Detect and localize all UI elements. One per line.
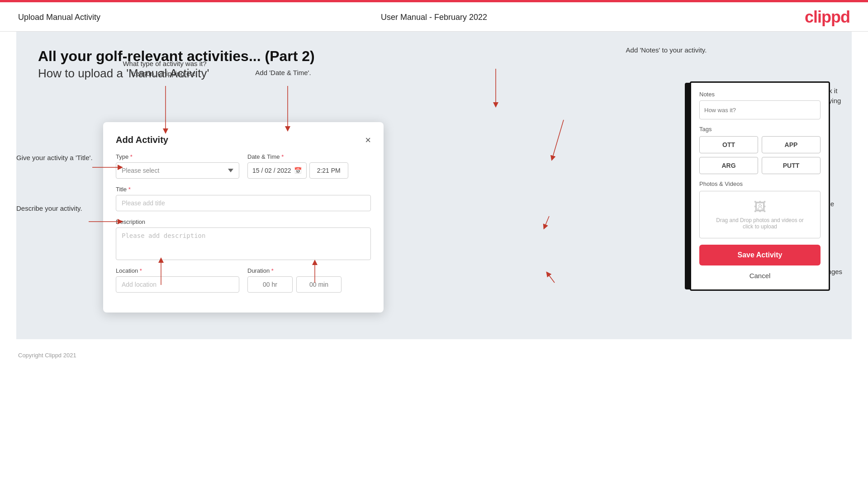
dialog-title: Add Activity — [116, 135, 168, 145]
duration-label: Duration * — [247, 267, 371, 274]
top-bar: Upload Manual Activity User Manual - Feb… — [0, 2, 868, 32]
duration-min-input[interactable] — [296, 276, 342, 293]
title-input[interactable] — [116, 195, 371, 211]
main-content: All your golf-relevant activities... (Pa… — [16, 32, 852, 339]
form-group-duration: Duration * — [247, 267, 371, 293]
tags-label: Tags — [699, 126, 821, 133]
section-title: All your golf-relevant activities... (Pa… — [38, 48, 830, 65]
form-group-description: Description — [116, 218, 371, 260]
form-group-type: Type * Please select — [116, 153, 239, 179]
form-row-location-duration: Location * Duration * — [116, 267, 371, 293]
desc-label: Description — [116, 218, 371, 225]
date-time-row: 15 / 02 / 2022 📅 2:21 PM — [247, 162, 371, 179]
cancel-link[interactable]: Cancel — [699, 270, 821, 281]
duration-hr-input[interactable] — [247, 276, 293, 293]
annotation-title: Give your activity a 'Title'. — [16, 153, 93, 163]
calendar-icon: 📅 — [294, 167, 302, 174]
type-label: Type * — [116, 153, 239, 160]
svg-line-9 — [548, 274, 555, 283]
section-subtitle: How to upload a 'Manual Activity' — [38, 66, 830, 81]
svg-line-8 — [545, 216, 549, 227]
photo-drop-zone[interactable]: 🖼 Drag and Drop photos and videos or cli… — [699, 191, 821, 238]
notes-label: Notes — [699, 91, 821, 98]
time-input[interactable]: 2:21 PM — [309, 162, 348, 179]
tag-ott[interactable]: OTT — [699, 136, 758, 153]
description-textarea[interactable] — [116, 227, 371, 260]
phone-sidebar — [685, 83, 691, 289]
type-select[interactable]: Please select — [116, 162, 239, 179]
form-group-location: Location * — [116, 267, 239, 293]
tag-putt[interactable]: PUTT — [762, 157, 821, 174]
phone-panel: Notes Tags OTT APP ARG PUTT Photos & Vid… — [690, 81, 830, 291]
save-activity-button[interactable]: Save Activity — [699, 245, 821, 265]
tags-grid: OTT APP ARG PUTT — [699, 136, 821, 174]
notes-input[interactable] — [699, 100, 821, 119]
photo-icon: 🖼 — [754, 199, 766, 214]
clippd-logo: clippd — [805, 8, 850, 27]
form-row-type-date: Type * Please select Date & Time * 15 / … — [116, 153, 371, 179]
svg-line-7 — [552, 120, 564, 158]
date-input[interactable]: 15 / 02 / 2022 📅 — [247, 162, 307, 179]
annotation-describe: Describe your activity. — [16, 204, 89, 213]
tag-arg[interactable]: ARG — [699, 157, 758, 174]
location-input[interactable] — [116, 276, 239, 293]
duration-row — [247, 276, 371, 293]
location-label: Location * — [116, 267, 239, 274]
form-group-title: Title * — [116, 186, 371, 211]
form-group-date: Date & Time * 15 / 02 / 2022 📅 2:21 PM — [247, 153, 371, 179]
add-activity-dialog: Add Activity × Type * Please select Date… — [103, 122, 384, 313]
date-label: Date & Time * — [247, 153, 371, 160]
copyright: Copyright Clippd 2021 — [18, 352, 76, 359]
tag-app[interactable]: APP — [762, 136, 821, 153]
photo-drop-text: Drag and Drop photos and videos or click… — [716, 217, 803, 230]
dialog-header: Add Activity × — [116, 135, 371, 145]
phone-screen: Notes Tags OTT APP ARG PUTT Photos & Vid… — [690, 81, 830, 291]
footer: Copyright Clippd 2021 — [0, 348, 868, 362]
title-label: Title * — [116, 186, 371, 193]
document-title: User Manual - February 2022 — [381, 13, 487, 22]
photos-label: Photos & Videos — [699, 180, 821, 187]
close-button[interactable]: × — [365, 135, 371, 145]
page-title: Upload Manual Activity — [18, 13, 100, 22]
